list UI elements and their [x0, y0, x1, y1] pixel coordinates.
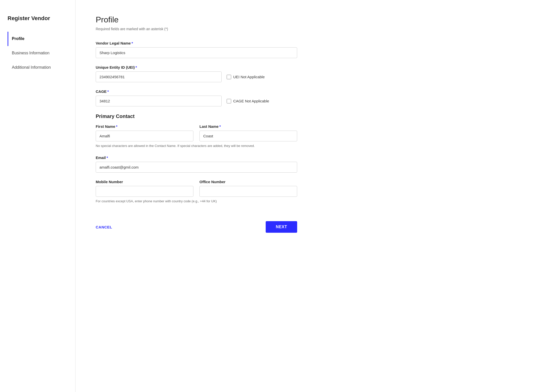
last-name-input[interactable]	[199, 131, 297, 141]
uei-group: Unique Entity ID (UEI)* UEI Not Applicab…	[96, 65, 297, 82]
name-two-col: First Name* Last Name*	[96, 124, 297, 141]
page-title: Profile	[96, 15, 529, 24]
first-name-input[interactable]	[96, 131, 193, 141]
cage-group: CAGE* CAGE Not Applicable	[96, 89, 297, 106]
required-star-last-name: *	[219, 124, 221, 129]
sidebar: Register Vendor Profile Business Informa…	[0, 0, 76, 392]
last-name-group: Last Name*	[199, 124, 297, 141]
mobile-number-label: Mobile Number	[96, 180, 193, 184]
mobile-number-input[interactable]	[96, 186, 193, 197]
office-number-group: Office Number	[199, 180, 297, 197]
profile-form: Vendor Legal Name* Unique Entity ID (UEI…	[96, 41, 297, 233]
last-name-label: Last Name*	[199, 124, 297, 129]
required-star-first-name: *	[116, 124, 118, 129]
primary-contact-heading: Primary Contact	[96, 113, 297, 119]
office-number-input[interactable]	[199, 186, 297, 197]
mobile-number-group: Mobile Number	[96, 180, 193, 197]
required-star-email: *	[107, 155, 108, 160]
required-star: *	[131, 41, 133, 45]
first-name-group: First Name*	[96, 124, 193, 141]
email-input[interactable]	[96, 162, 297, 173]
phone-two-col: Mobile Number Office Number	[96, 180, 297, 197]
required-star-uei: *	[135, 65, 137, 69]
first-name-label: First Name*	[96, 124, 193, 129]
vendor-legal-name-label: Vendor Legal Name*	[96, 41, 297, 45]
uei-input[interactable]	[96, 71, 222, 82]
name-hint: No special characters are allowed in the…	[96, 143, 297, 148]
sidebar-item-business-information[interactable]: Business Information	[8, 46, 68, 60]
cage-label: CAGE*	[96, 89, 297, 94]
uei-not-applicable-label[interactable]: UEI Not Applicable	[227, 75, 265, 79]
page-subtitle: Required fields are marked with an aster…	[96, 27, 529, 31]
cage-input-row: CAGE Not Applicable	[96, 96, 297, 106]
uei-not-applicable-checkbox[interactable]	[227, 75, 231, 79]
vendor-legal-name-group: Vendor Legal Name*	[96, 41, 297, 58]
office-number-label: Office Number	[199, 180, 297, 184]
name-group: First Name* Last Name* No special charac…	[96, 124, 297, 148]
cage-not-applicable-label[interactable]: CAGE Not Applicable	[227, 99, 269, 103]
email-label: Email*	[96, 155, 297, 160]
phone-hint: For countries except USA, enter phone nu…	[96, 199, 297, 204]
form-actions: CANCEL NEXT	[96, 216, 297, 233]
cage-input[interactable]	[96, 96, 222, 106]
uei-label: Unique Entity ID (UEI)*	[96, 65, 297, 69]
sidebar-item-additional-information[interactable]: Additional Information	[8, 60, 68, 75]
cage-not-applicable-checkbox[interactable]	[227, 99, 231, 103]
main-content: Profile Required fields are marked with …	[76, 0, 549, 392]
uei-input-row: UEI Not Applicable	[96, 71, 297, 82]
sidebar-navigation: Profile Business Information Additional …	[8, 32, 68, 74]
cancel-button[interactable]: CANCEL	[96, 222, 112, 232]
required-star-cage: *	[107, 89, 109, 94]
sidebar-item-profile[interactable]: Profile	[8, 32, 68, 46]
vendor-legal-name-input[interactable]	[96, 47, 297, 58]
next-button[interactable]: NEXT	[266, 221, 297, 233]
email-group: Email*	[96, 155, 297, 173]
phone-group: Mobile Number Office Number For countrie…	[96, 180, 297, 204]
sidebar-title: Register Vendor	[8, 15, 68, 22]
